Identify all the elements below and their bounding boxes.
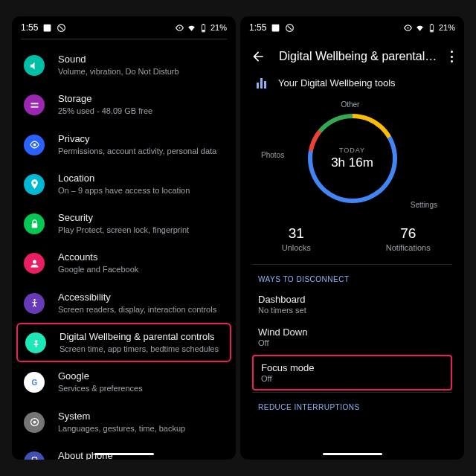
settings-list: SoundVolume, vibration, Do Not DisturbSt… (12, 39, 236, 460)
setting-icon (25, 332, 46, 353)
nav-bar[interactable] (323, 453, 382, 455)
svg-rect-11 (31, 223, 37, 228)
setting-security[interactable]: SecurityPlay Protect, screen lock, finge… (12, 204, 236, 243)
setting-title: Storage (58, 93, 224, 104)
stat-notifications[interactable]: 76 Notifications (353, 225, 465, 252)
wifi-icon (415, 23, 425, 33)
battery-icon (427, 23, 437, 33)
setting-storage[interactable]: Storage25% used - 48.09 GB free (12, 85, 236, 124)
setting-location[interactable]: LocationOn – 9 apps have access to locat… (12, 164, 236, 204)
svg-point-17 (33, 421, 36, 424)
setting-subtitle: Screen readers, display, interaction con… (58, 304, 224, 315)
setting-system[interactable]: SystemLanguages, gestures, time, backup (12, 402, 236, 442)
options-list: DashboardNo timers setWind DownOffFocus … (240, 288, 464, 390)
option-wind-down[interactable]: Wind DownOff (240, 321, 464, 353)
page-header: Digital Wellbeing & parental c… (240, 39, 464, 71)
setting-title: Accessibility (58, 292, 224, 303)
svg-point-10 (33, 181, 35, 184)
svg-rect-25 (431, 24, 432, 25)
svg-rect-8 (30, 106, 38, 108)
option-title: Wind Down (258, 327, 446, 338)
option-subtitle: No timers set (258, 306, 446, 315)
setting-icon (24, 135, 45, 155)
setting-subtitle: Languages, gestures, time, backup (58, 423, 224, 434)
setting-accessibility[interactable]: AccessibilityScreen readers, display, in… (12, 283, 236, 323)
setting-icon (24, 55, 45, 76)
ring-today: TODAY (331, 147, 373, 154)
bars-icon (257, 78, 266, 89)
option-title: Focus mode (261, 362, 443, 373)
eye-icon (175, 23, 184, 33)
section-ways-to-disconnect: WAYS TO DISCONNECT (240, 265, 464, 288)
option-subtitle: Off (261, 374, 443, 383)
svg-point-9 (33, 144, 36, 147)
stat-label: Notifications (353, 243, 465, 252)
stats-row: 31 Unlocks 76 Notifications (240, 218, 464, 264)
setting-title: Accounts (58, 251, 224, 263)
tools-header: Your Digital Wellbeing tools (240, 71, 464, 99)
stat-num: 31 (240, 225, 353, 242)
stat-num: 76 (353, 225, 465, 242)
setting-icon: G (24, 372, 45, 393)
setting-icon (24, 293, 45, 314)
setting-subtitle: On – 9 apps have access to location (58, 185, 224, 196)
setting-subtitle: Permissions, account activity, personal … (58, 146, 224, 156)
setting-title: Privacy (58, 133, 224, 144)
svg-text:G: G (31, 379, 37, 387)
setting-icon (24, 94, 45, 115)
setting-about-phone[interactable]: About phonePixel 3 XL (12, 442, 236, 460)
clock: 1:55 (21, 22, 38, 33)
svg-rect-20 (272, 24, 280, 31)
page-title: Digital Wellbeing & parental c… (279, 50, 437, 63)
nav-bar[interactable] (94, 453, 154, 455)
setting-title: Digital Wellbeing & parental controls (60, 331, 222, 342)
setting-subtitle: Play Protect, screen lock, fingerprint (58, 225, 224, 235)
section-reduce-interruptions: REDUCE INTERRUPTIONS (240, 393, 464, 416)
ring-label-other: Other (341, 100, 359, 109)
option-focus-mode[interactable]: Focus modeOff (252, 355, 452, 390)
wifi-icon (187, 23, 196, 33)
setting-subtitle: 25% used - 48.09 GB free (58, 106, 224, 116)
image-icon (42, 23, 52, 33)
svg-line-22 (288, 25, 292, 29)
svg-rect-6 (202, 30, 205, 31)
battery-icon (199, 23, 208, 33)
setting-title: Google (58, 370, 224, 382)
setting-subtitle: Services & preferences (58, 383, 224, 393)
svg-rect-18 (32, 457, 36, 460)
ring-label-photos: Photos (261, 151, 284, 159)
wellbeing-screen: 1:55 21% Digital Wellbeing & parental c…… (240, 16, 464, 460)
setting-icon (24, 451, 45, 460)
setting-digital-wellbeing-parental-controls[interactable]: Digital Wellbeing & parental controlsScr… (16, 323, 231, 362)
svg-point-3 (178, 27, 180, 28)
status-bar: 1:55 21% (240, 16, 464, 39)
dnd-icon (57, 23, 66, 33)
image-icon (271, 23, 280, 33)
settings-screen: 1:55 21% SoundVolume, vibration, Do Not … (12, 16, 236, 460)
setting-google[interactable]: GGoogleServices & preferences (12, 362, 236, 402)
option-dashboard[interactable]: DashboardNo timers set (240, 288, 464, 321)
svg-line-2 (60, 25, 63, 29)
setting-icon (24, 174, 45, 195)
setting-privacy[interactable]: PrivacyPermissions, account activity, pe… (12, 125, 236, 164)
setting-subtitle: Screen time, app timers, bedtime schedul… (60, 344, 222, 354)
ring-label-settings: Settings (411, 201, 437, 209)
svg-point-13 (33, 299, 36, 301)
status-bar: 1:55 21% (12, 16, 236, 39)
overflow-menu[interactable] (451, 51, 454, 62)
usage-ring[interactable]: Other Photos Settings TODAY 3h 16m (240, 99, 464, 218)
back-button[interactable] (251, 49, 266, 64)
battery-text: 21% (439, 23, 455, 32)
tools-title: Your Digital Wellbeing tools (278, 77, 396, 89)
stat-unlocks[interactable]: 31 Unlocks (240, 225, 353, 252)
svg-point-12 (33, 260, 36, 263)
setting-accounts[interactable]: AccountsGoogle and Facebook (12, 243, 236, 283)
setting-title: Security (58, 212, 224, 223)
option-subtitle: Off (258, 338, 446, 347)
setting-title: System (58, 411, 224, 422)
svg-point-23 (407, 27, 408, 28)
setting-icon (24, 412, 45, 433)
ring-time: 3h 16m (331, 155, 373, 170)
setting-sound[interactable]: SoundVolume, vibration, Do Not Disturb (12, 45, 236, 85)
dnd-icon (285, 23, 295, 33)
